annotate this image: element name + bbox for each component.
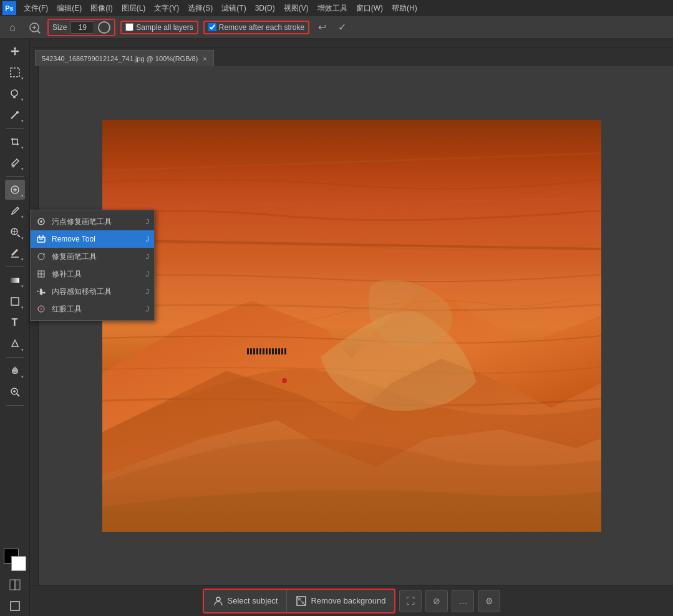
remove-background-icon: [296, 595, 307, 607]
svg-line-15: [17, 235, 20, 237]
menu-filter[interactable]: 滤镜(T): [218, 2, 249, 15]
menu-view[interactable]: 视图(V): [280, 2, 312, 15]
confirm-button[interactable]: ✓: [334, 20, 349, 35]
svg-rect-25: [11, 602, 19, 610]
flyout-item-healing-brush-label: 修复画笔工具: [52, 252, 97, 262]
settings-button[interactable]: ⚙: [478, 590, 500, 612]
menu-help[interactable]: 帮助(H): [388, 2, 421, 15]
flyout-item-content-aware-move[interactable]: 内容感知移动工具 J: [31, 283, 154, 300]
people-silhouette: [247, 348, 286, 354]
flyout-item-remove-tool[interactable]: Remove Tool J: [31, 230, 154, 248]
menu-edit[interactable]: 编辑(E): [53, 2, 85, 15]
size-input[interactable]: [70, 21, 94, 34]
sidebar-divider-4: [6, 357, 24, 358]
flyout-item-red-eye-label: 红眼工具: [52, 304, 82, 315]
select-subject-icon: [213, 595, 224, 607]
current-tool-icon: [26, 19, 42, 36]
more-options-button[interactable]: …: [452, 590, 474, 612]
options-bar: ⌂ Size Sample all layers Remove after ea…: [0, 16, 673, 39]
tool-clone[interactable]: ▾: [5, 222, 25, 242]
canvas-area[interactable]: [30, 66, 673, 585]
spot-healing-icon: [36, 216, 47, 227]
tool-zoom[interactable]: [5, 382, 25, 402]
bottom-bar: Select subject Remove background ⛶ ⊘ … ⚙: [30, 585, 673, 616]
contextual-taskbar: Select subject Remove background: [203, 589, 396, 614]
size-group: Size: [47, 19, 115, 36]
svg-rect-29: [298, 598, 301, 600]
sidebar-divider-3: [6, 266, 24, 267]
flyout-item-spot-healing[interactable]: 污点修复画笔工具 J: [31, 213, 154, 230]
menu-file[interactable]: 文件(F): [20, 2, 52, 15]
flyout-item-red-eye[interactable]: 红眼工具 J: [31, 300, 154, 318]
terrain-details: [102, 120, 601, 532]
ruler-vertical: [30, 66, 39, 585]
home-button[interactable]: ⌂: [4, 19, 21, 36]
menu-select[interactable]: 选择(S): [184, 2, 216, 15]
tool-crop[interactable]: ▾: [5, 132, 25, 152]
svg-point-26: [216, 597, 220, 601]
landscape-image: [102, 120, 601, 532]
select-subject-button[interactable]: Select subject: [204, 590, 287, 612]
tool-hand[interactable]: ▾: [5, 361, 25, 381]
menu-bar: Ps 文件(F) 编辑(E) 图像(I) 图层(L) 文字(Y) 选择(S) 滤…: [0, 0, 673, 16]
tool-type[interactable]: T: [5, 313, 25, 333]
sample-all-layers-checkbox[interactable]: [125, 23, 133, 31]
undo-button[interactable]: ↩: [314, 20, 329, 35]
menu-plugins[interactable]: 增效工具: [314, 2, 351, 15]
menu-text[interactable]: 文字(Y): [150, 2, 183, 15]
tool-magic-wand[interactable]: ▾: [5, 105, 25, 125]
tool-gradient[interactable]: ▾: [5, 270, 25, 290]
patch-tool-icon: [36, 268, 47, 280]
menu-window[interactable]: 窗口(W): [352, 2, 387, 15]
tool-eyedropper[interactable]: ▾: [5, 153, 25, 173]
color-swatches[interactable]: [4, 549, 26, 571]
flyout-item-spot-healing-label: 污点修复画笔工具: [52, 217, 112, 227]
svg-point-41: [40, 308, 42, 310]
tool-lasso[interactable]: ▾: [5, 84, 25, 104]
healing-brush-icon: [36, 251, 47, 262]
app-logo: Ps: [2, 1, 16, 15]
tool-path-select[interactable]: ▾: [5, 334, 25, 354]
content-aware-move-icon: [36, 286, 47, 297]
flyout-item-remove-tool-shortcut: J: [146, 235, 150, 243]
flyout-item-healing-brush[interactable]: 修复画笔工具 J: [31, 248, 154, 265]
tool-marquee[interactable]: ▾: [5, 62, 25, 82]
flyout-item-patch-label: 修补工具: [52, 269, 82, 280]
svg-rect-23: [10, 580, 15, 590]
tool-shape[interactable]: ▾: [5, 291, 25, 311]
ruler-horizontal: [30, 39, 673, 47]
remove-after-stroke-checkbox[interactable]: [208, 23, 216, 31]
svg-rect-18: [11, 298, 19, 305]
background-swatch[interactable]: [11, 556, 26, 571]
tool-eraser[interactable]: ▾: [5, 243, 25, 263]
brush-preview-icon[interactable]: [98, 21, 110, 34]
flyout-item-patch[interactable]: 修补工具 J: [31, 265, 154, 283]
red-eye-tool-icon: [36, 303, 47, 315]
sample-all-layers-label: Sample all layers: [136, 23, 193, 32]
menu-image[interactable]: 图像(I): [87, 2, 116, 15]
menu-layer[interactable]: 图层(L): [118, 2, 150, 15]
remove-background-button[interactable]: Remove background: [286, 590, 394, 612]
remove-after-stroke-group: Remove after each stroke: [203, 21, 309, 34]
svg-rect-4: [11, 68, 19, 77]
tab-close-button[interactable]: ×: [203, 55, 206, 62]
tool-brush[interactable]: ▾: [5, 201, 25, 221]
svg-rect-17: [11, 278, 19, 283]
flyout-item-spot-healing-shortcut: J: [146, 218, 150, 225]
remove-after-stroke-label: Remove after each stroke: [219, 23, 304, 32]
tool-screen-mode[interactable]: [5, 596, 25, 616]
menu-3d[interactable]: 3D(D): [251, 2, 279, 14]
document-tab[interactable]: 542340_1686799012124_741.jpg @ 100%(RGB/…: [35, 50, 214, 66]
tool-healing[interactable]: ▾: [5, 180, 25, 200]
tool-move[interactable]: [5, 41, 25, 61]
expand-button[interactable]: ⛶: [399, 590, 422, 612]
svg-rect-30: [302, 602, 304, 604]
flyout-item-red-eye-shortcut: J: [146, 305, 150, 313]
tool-quick-mask[interactable]: [5, 575, 25, 595]
workspace: 542340_1686799012124_741.jpg @ 100%(RGB/…: [30, 39, 673, 616]
no-selection-button[interactable]: ⊘: [425, 590, 448, 612]
sidebar-divider-1: [6, 128, 24, 129]
remove-background-label: Remove background: [311, 596, 385, 605]
svg-point-6: [16, 111, 19, 114]
svg-line-20: [17, 394, 19, 396]
